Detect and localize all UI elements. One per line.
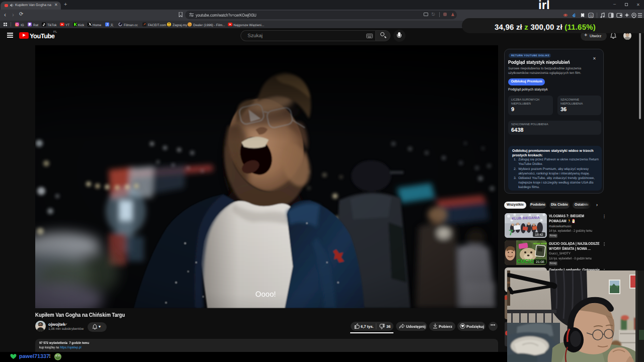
svg-text:TikTok: TikTok [47, 24, 57, 27]
svg-text:18:42: 18:42 [535, 233, 543, 237]
svg-text:天: 天 [106, 23, 109, 27]
svg-text:Zagraj.my: Zagraj.my [173, 24, 188, 27]
svg-text:Oooo!: Oooo! [256, 290, 276, 299]
svg-text:NOWA WYSPA: NOWA WYSPA [533, 242, 547, 245]
svg-text:YT: YT [65, 24, 69, 27]
svg-text:G: G [590, 15, 592, 18]
svg-text:7: 7 [509, 229, 513, 237]
svg-text:Dealer (1996) - Film...: Dealer (1996) - Film... [193, 24, 225, 27]
svg-text:Home: Home [93, 24, 102, 27]
svg-text:Najgorsze Więzieni...: Najgorsze Więzieni... [233, 24, 264, 27]
svg-text:Rat: Rat [33, 24, 38, 27]
svg-text:21:08: 21:08 [536, 260, 544, 264]
svg-text:FACEIT.com: FACEIT.com [148, 24, 166, 27]
svg-text:天: 天 [110, 23, 114, 27]
svg-text:Filman.cc: Filman.cc [124, 24, 138, 27]
svg-text:Kick: Kick [78, 24, 85, 27]
svg-text:IG: IG [21, 24, 24, 27]
